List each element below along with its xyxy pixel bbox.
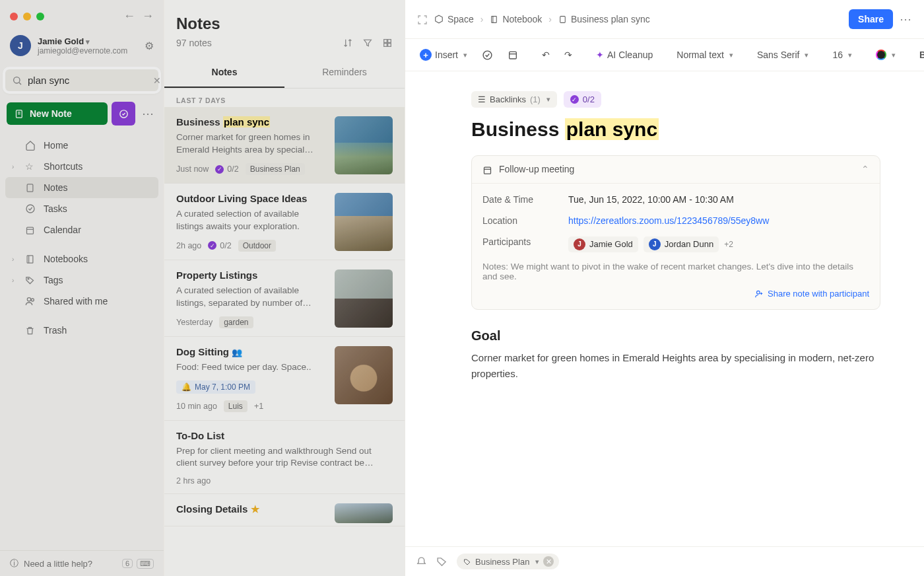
account-email: jamiegold@evernote.com (38, 46, 138, 55)
tab-notes[interactable]: Notes (164, 59, 284, 88)
sidebar-item-notebooks[interactable]: ›Notebooks (5, 248, 158, 270)
minimize-window[interactable] (23, 13, 31, 20)
sidebar-item-tags[interactable]: ›Tags (5, 270, 158, 291)
sidebar-more-icon[interactable]: ⋯ (139, 106, 157, 121)
footer-tag[interactable]: Business Plan▾ ✕ (457, 554, 559, 569)
help-footer[interactable]: ⓘ Need a little help? 6 ⌨ (0, 550, 164, 576)
task-dot-icon: ✓ (570, 95, 579, 104)
note-item[interactable]: Outdoor Living Space Ideas A curated sel… (164, 184, 405, 260)
help-icon: ⓘ (10, 558, 18, 569)
note-item[interactable]: Closing Details ★ (164, 494, 405, 526)
color-picker[interactable]: ▾ (871, 46, 901, 63)
filter-icon[interactable] (362, 37, 373, 48)
maximize-window[interactable] (36, 13, 44, 20)
goal-text[interactable]: Corner market for green homes in Emerald… (471, 350, 880, 381)
task-toolbar-icon[interactable] (477, 46, 498, 64)
tag-label: Business Plan (475, 557, 529, 567)
tab-reminders[interactable]: Reminders (284, 59, 405, 88)
goal-heading[interactable]: Goal (471, 328, 880, 343)
nav-back-icon[interactable]: ← (123, 9, 135, 23)
note-snippet: Corner market for green homes in Emerald… (176, 131, 327, 157)
svg-rect-15 (384, 40, 387, 43)
calendar-toolbar-icon[interactable] (502, 46, 523, 63)
participant-chip[interactable]: JJamie Gold (568, 236, 638, 252)
crumb-space[interactable]: Space (434, 14, 474, 24)
meeting-location-link[interactable]: https://zereatlors.zoom.us/1223456789/55… (568, 215, 769, 226)
expand-icon[interactable]: › (12, 277, 18, 284)
home-icon (25, 140, 37, 151)
note-title-text: Dog Sitting (176, 346, 229, 357)
note-thumbnail (335, 503, 393, 523)
chevron-up-icon[interactable]: ⌃ (861, 164, 869, 174)
sort-icon[interactable] (343, 37, 353, 48)
notebook-icon (25, 254, 37, 264)
crumb-note[interactable]: Business plan sync (558, 14, 650, 24)
sidebar-item-calendar[interactable]: Calendar (5, 219, 158, 240)
ai-button[interactable] (112, 102, 135, 126)
reminder-add-icon[interactable] (416, 555, 427, 568)
paragraph-style-select[interactable]: Normal text▾ (671, 46, 739, 63)
expand-icon[interactable] (417, 13, 428, 24)
trash-icon (25, 326, 37, 336)
backlinks-pill[interactable]: ☰Backlinks (1)▾ (471, 91, 557, 108)
editor-more-icon[interactable]: ⋯ (900, 12, 912, 26)
note-title-highlight: plan sync (223, 116, 270, 127)
redo-icon[interactable]: ↷ (559, 46, 578, 63)
nav-forward-icon[interactable]: → (142, 9, 154, 23)
crumb-notebook[interactable]: Notebook (490, 14, 542, 24)
sidebar-item-shortcuts[interactable]: ›☆Shortcuts (5, 156, 158, 177)
people-icon (25, 296, 37, 306)
note-time: 10 min ago (176, 402, 217, 411)
font-size-select[interactable]: 16▾ (827, 46, 857, 63)
note-item[interactable]: Property Listings A curated selection of… (164, 260, 405, 337)
share-with-participant-link[interactable]: Share note with participant (754, 289, 869, 299)
sidebar-item-trash[interactable]: Trash (5, 320, 158, 341)
remove-tag-icon[interactable]: ✕ (543, 556, 554, 567)
color-ring-icon (876, 50, 886, 60)
keyboard-icon[interactable]: ⌨ (137, 559, 154, 569)
share-button[interactable]: Share (849, 9, 893, 29)
note-item[interactable]: To-Do List Prep for client meeting and w… (164, 421, 405, 495)
bold-button[interactable]: B (914, 46, 924, 63)
undo-icon[interactable]: ↶ (537, 46, 555, 63)
tag-add-icon[interactable] (436, 555, 447, 568)
note-tag[interactable]: garden (219, 316, 253, 328)
note-tag[interactable]: Outdoor (238, 240, 276, 252)
meeting-loc-label: Location (482, 215, 568, 226)
note-tasks: ✓0/2 (215, 164, 238, 174)
document-title[interactable]: Business plan sync (471, 118, 880, 141)
ai-cleanup-button[interactable]: ✦AI Cleanup (591, 46, 658, 63)
participants-more[interactable]: +2 (724, 240, 733, 249)
expand-icon[interactable]: › (12, 256, 18, 263)
reminder-chip[interactable]: 🔔May 7, 1:00 PM (176, 380, 255, 394)
account-switcher[interactable]: J Jamie Gold▾ jamiegold@evernote.com ⚙ (0, 23, 164, 63)
avatar: J (649, 238, 661, 250)
expand-icon[interactable]: › (12, 163, 18, 170)
svg-point-13 (27, 298, 30, 301)
insert-button[interactable]: +Insert▾ (414, 46, 473, 64)
view-icon[interactable] (382, 37, 393, 48)
sidebar-item-tasks[interactable]: Tasks (5, 198, 158, 219)
sidebar-item-shared[interactable]: Shared with me (5, 291, 158, 312)
meeting-card-header[interactable]: Follow-up meeting ⌃ (472, 156, 880, 184)
svg-point-14 (31, 299, 34, 301)
help-label: Need a little help? (24, 559, 92, 569)
close-window[interactable] (10, 13, 18, 20)
note-tag[interactable]: Business Plan (246, 163, 305, 175)
search-input[interactable] (22, 75, 153, 86)
participant-chip[interactable]: JJordan Dunn (644, 236, 719, 252)
tasks-pill[interactable]: ✓0/2 (564, 91, 601, 108)
note-item[interactable]: Business plan sync Corner market for gre… (164, 107, 405, 184)
avatar: J (10, 35, 31, 56)
note-item[interactable]: Dog Sitting 👥 Food: Feed twice per day. … (164, 337, 405, 421)
window-controls: ← → (0, 0, 164, 23)
svg-point-0 (14, 77, 20, 83)
gear-icon[interactable]: ⚙ (145, 40, 154, 52)
font-select[interactable]: Sans Serif▾ (752, 46, 814, 63)
sidebar-item-home[interactable]: Home (5, 135, 158, 156)
clear-search-icon[interactable]: ✕ (153, 75, 161, 86)
new-note-button[interactable]: New Note (7, 102, 108, 125)
star-icon: ☆ (25, 161, 37, 172)
svg-rect-17 (384, 44, 387, 47)
sidebar-item-notes[interactable]: Notes (5, 177, 158, 198)
